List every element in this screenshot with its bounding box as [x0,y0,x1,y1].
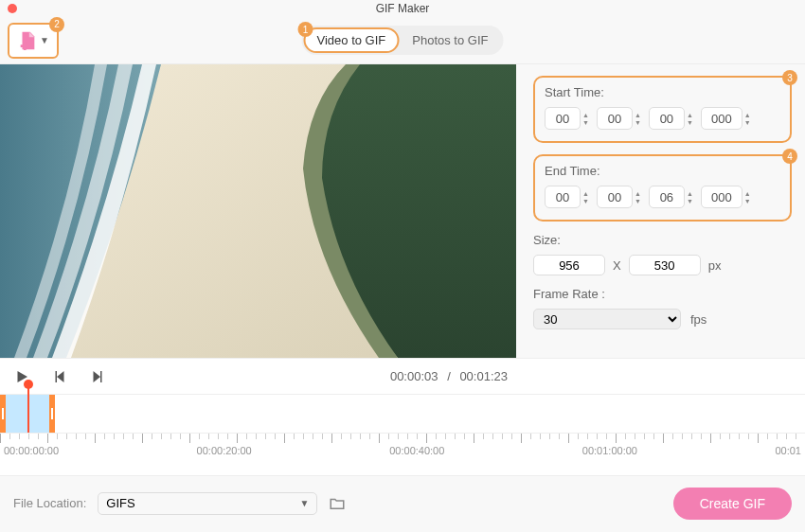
file-location-value: GIFS [106,496,134,510]
chevron-down-icon: ▼ [299,498,309,508]
stepper-up-icon[interactable]: ▲ [582,112,589,118]
playhead[interactable] [27,381,29,433]
framerate-label: Frame Rate : [533,287,792,301]
ruler-label: 00:01 [775,445,801,456]
create-gif-button[interactable]: Create GIF [673,488,792,520]
size-width[interactable] [533,255,605,275]
stepper-down-icon[interactable]: ▼ [687,119,693,126]
timeline[interactable]: 00:00:00:0000:00:20:0000:00:40:0000:01:0… [0,394,805,475]
ruler-label: 00:00:40:00 [389,445,444,456]
total-time: 00:01:23 [459,369,508,383]
stepper-down-icon[interactable]: ▼ [582,119,589,126]
size-x: X [613,258,621,273]
end-time-label: End Time: [545,164,780,178]
end-badge: 4 [782,149,797,164]
preview-frame-illustration [0,64,516,358]
time-sep: / [447,369,451,383]
stepper-down-icon[interactable]: ▼ [744,119,751,126]
stepper-down-icon[interactable]: ▼ [687,198,693,204]
chevron-down-icon: ▼ [40,35,49,45]
tab-video-to-gif[interactable]: 1 Video to GIF [304,27,400,53]
start-seconds[interactable] [649,107,685,130]
stepper-up-icon[interactable]: ▲ [687,112,693,118]
stepper-up-icon[interactable]: ▲ [687,190,693,197]
stepper-down-icon[interactable]: ▼ [635,198,641,204]
start-hours[interactable] [545,107,581,130]
close-icon[interactable] [8,4,17,13]
tab-photos-to-gif[interactable]: Photos to GIF [399,27,501,53]
start-ms[interactable] [701,107,742,130]
framerate-unit: fps [690,312,707,327]
add-file-icon [17,30,38,51]
ruler-label: 00:00:20:00 [197,445,252,456]
stepper-up-icon[interactable]: ▲ [744,190,751,197]
add-media-button[interactable]: 2 ▼ [8,23,59,59]
stepper-up-icon[interactable]: ▲ [635,112,641,118]
step-back-icon[interactable] [51,368,68,385]
start-minutes[interactable] [597,107,633,130]
size-height[interactable] [629,255,701,275]
file-location-select[interactable]: GIFS ▼ [98,492,317,515]
video-preview [0,64,516,358]
start-time-label: Start Time: [545,85,780,99]
size-label: Size: [533,233,792,247]
ruler-label: 00:00:00:00 [4,445,59,456]
time-display: 00:00:03 / 00:01:23 [390,369,508,383]
stepper-down-icon[interactable]: ▼ [744,198,751,204]
ruler-label: 00:01:00:00 [582,445,637,456]
end-hours[interactable] [545,186,581,208]
start-badge: 3 [782,70,797,85]
end-minutes[interactable] [597,186,633,208]
stepper-up-icon[interactable]: ▲ [635,190,641,197]
framerate-select[interactable]: 30 [533,309,681,329]
stepper-up-icon[interactable]: ▲ [582,190,589,197]
stepper-down-icon[interactable]: ▼ [635,119,641,126]
tab-label: Video to GIF [317,33,386,47]
add-badge: 2 [49,17,64,32]
file-location-label: File Location: [13,496,86,510]
end-ms[interactable] [701,186,742,208]
folder-icon[interactable] [329,495,346,512]
current-time: 00:00:03 [390,369,438,383]
size-unit: px [708,258,722,273]
mode-badge: 1 [298,22,313,37]
end-seconds[interactable] [649,186,685,208]
stepper-down-icon[interactable]: ▼ [582,198,589,204]
window-title: GIF Maker [0,2,805,15]
stepper-up-icon[interactable]: ▲ [744,112,751,118]
step-forward-icon[interactable] [89,368,106,385]
